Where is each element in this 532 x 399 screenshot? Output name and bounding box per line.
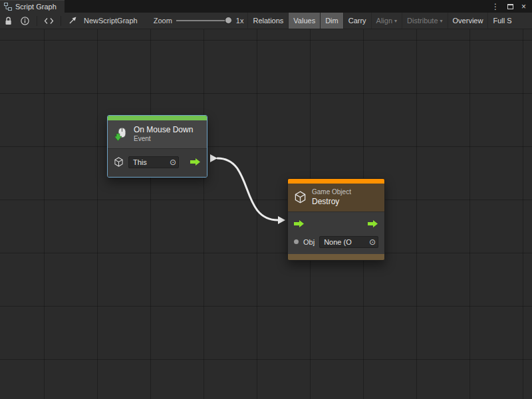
graph-toolbar: NewScriptGraph Zoom 1x Relations Values … [0, 13, 532, 29]
destroy-node-category: Game Object [312, 188, 351, 197]
toolbar-button-group: Relations Values Dim Carry Align▾ Distri… [247, 13, 516, 29]
destroy-node-header[interactable]: Game Object Destroy [288, 184, 384, 211]
obj-port-dot-icon [294, 239, 299, 244]
tab-script-graph[interactable]: Script Graph [0, 0, 65, 13]
dim-button-label: Dim [325, 17, 338, 25]
destroy-node-title: Destroy [312, 197, 351, 207]
event-accent-strip [108, 116, 207, 120]
dim-button[interactable]: Dim [320, 13, 343, 29]
object-picker-icon[interactable]: ⊙ [367, 238, 376, 246]
code-icon [44, 17, 54, 25]
mouse-down-icon [114, 127, 128, 142]
window-controls: ⋮ × [491, 0, 532, 13]
relations-button-label: Relations [253, 17, 283, 25]
event-flow-output-port[interactable] [190, 158, 201, 166]
values-button-label: Values [293, 17, 315, 25]
maximize-icon[interactable] [507, 4, 513, 9]
node-destroy[interactable]: Game Object Destroy ▷ [287, 178, 385, 261]
event-node-subtitle: Event [134, 135, 193, 144]
distribute-button: Distribute▾ [402, 13, 447, 29]
close-icon[interactable]: × [521, 3, 526, 11]
script-graph-window: Script Graph ⋮ × [0, 0, 532, 399]
game-object-cube-icon [294, 191, 307, 203]
zoom-slider-knob[interactable] [225, 17, 232, 24]
window-menu-icon[interactable]: ⋮ [491, 3, 499, 11]
destroy-flow-output-port[interactable] [368, 220, 378, 227]
graph-name-breadcrumb[interactable]: NewScriptGraph [84, 17, 138, 25]
zoom-slider[interactable] [176, 20, 232, 21]
destroy-obj-field[interactable]: None (O ⊙ [319, 236, 378, 248]
destroy-accent-strip [288, 179, 384, 184]
zoom-value: 1x [236, 17, 244, 25]
relations-button[interactable]: Relations [247, 13, 288, 29]
graph-pointer-icon [65, 13, 81, 29]
tab-title: Script Graph [15, 3, 57, 11]
info-icon [21, 17, 29, 25]
chevron-down-icon: ▾ [394, 18, 397, 24]
fullscreen-button[interactable]: Full S [487, 13, 516, 29]
carry-button[interactable]: Carry [343, 13, 371, 29]
fullscreen-button-label: Full S [493, 17, 511, 25]
toolbar-separator [37, 16, 37, 26]
lock-button[interactable] [0, 13, 17, 29]
event-node-header[interactable]: On Mouse Down Event [108, 120, 207, 148]
lock-icon [5, 17, 12, 25]
event-target-field[interactable]: This ⊙ [128, 156, 179, 168]
obj-port-label: Obj [303, 238, 315, 246]
zoom-label: Zoom [154, 17, 172, 25]
node-on-mouse-down[interactable]: On Mouse Down Event This ⊙ [107, 115, 207, 178]
chevron-down-icon: ▾ [440, 18, 443, 24]
graph-tab-icon [4, 3, 12, 11]
destroy-node-body: ▷ Obj None (O ⊙ [288, 211, 384, 254]
carry-button-label: Carry [348, 17, 366, 25]
destroy-bottom-strip [288, 254, 384, 260]
align-button: Align▾ [371, 13, 402, 29]
distribute-button-label: Distribute [407, 17, 438, 25]
overview-button-label: Overview [453, 17, 483, 25]
toolbar-separator [61, 16, 61, 26]
game-object-cube-icon [114, 157, 124, 167]
destroy-obj-value: None (O [324, 238, 352, 246]
info-button[interactable] [17, 13, 33, 29]
event-target-value: This [133, 158, 147, 166]
title-bar: Script Graph ⋮ × [0, 0, 532, 13]
event-node-title: On Mouse Down [134, 125, 193, 135]
overview-button[interactable]: Overview [448, 13, 488, 29]
values-button[interactable]: Values [288, 13, 320, 29]
destroy-flow-input-port[interactable] [294, 220, 305, 227]
object-picker-icon[interactable]: ⊙ [168, 158, 176, 166]
event-node-body: This ⊙ [108, 148, 207, 177]
zoom-control: Zoom 1x [154, 17, 244, 25]
graph-canvas[interactable] [0, 29, 532, 399]
align-button-label: Align [376, 17, 392, 25]
code-view-button[interactable] [41, 13, 57, 29]
